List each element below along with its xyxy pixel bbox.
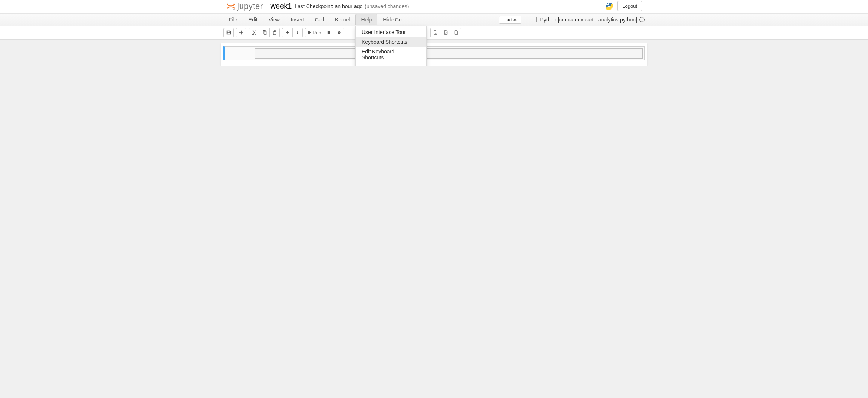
copy-icon	[262, 30, 267, 35]
play-icon	[308, 31, 311, 34]
jupyter-logo-icon	[226, 1, 236, 11]
cut-button[interactable]	[249, 28, 259, 37]
kernel-status-icon	[639, 17, 645, 22]
cut-icon	[252, 30, 257, 35]
menu-divider	[356, 64, 426, 64]
help-dropdown: User Interface TourKeyboard ShortcutsEdi…	[355, 26, 427, 66]
code-input[interactable]	[255, 48, 643, 59]
plus-icon	[239, 30, 244, 35]
logout-button[interactable]: Logout	[617, 1, 642, 11]
jupyter-logo[interactable]: jupyter	[226, 1, 263, 11]
trusted-button[interactable]: Trusted	[499, 16, 521, 24]
divider	[536, 17, 537, 22]
move-up-button[interactable]	[282, 28, 292, 37]
unsaved-status: (unsaved changes)	[365, 3, 409, 9]
code-cell[interactable]	[223, 46, 645, 60]
checkpoint-status: Last Checkpoint: an hour ago	[295, 3, 362, 9]
file-icon	[433, 30, 438, 35]
svg-rect-3	[328, 31, 330, 34]
menu-view[interactable]: View	[263, 14, 285, 25]
jupyter-logo-text: jupyter	[237, 1, 263, 11]
menu-kernel[interactable]: Kernel	[329, 14, 355, 25]
run-button[interactable]: Run	[305, 28, 324, 37]
help-item-edit-keyboard-shortcuts[interactable]: Edit Keyboard Shortcuts	[356, 47, 426, 62]
notebook-name[interactable]: week1	[271, 2, 292, 10]
svg-point-1	[233, 9, 234, 10]
menu-edit[interactable]: Edit	[243, 14, 263, 25]
move-down-button[interactable]	[292, 28, 303, 37]
paste-icon	[272, 30, 277, 35]
stop-icon	[327, 31, 331, 34]
restart-icon	[337, 30, 341, 35]
menu-cell[interactable]: Cell	[309, 14, 329, 25]
menu-item-label: Edit Keyboard Shortcuts	[362, 49, 410, 60]
blank-button[interactable]	[451, 28, 461, 37]
menubar: FileEditViewInsertCellKernelHelpUser Int…	[0, 14, 868, 26]
kernel-indicator: Python [conda env:earth-analytics-python…	[536, 17, 645, 23]
save-icon	[226, 30, 231, 35]
copy-button[interactable]	[259, 28, 269, 37]
svg-point-2	[234, 3, 235, 3]
header: jupyter week1 Last Checkpoint: an hour a…	[0, 0, 868, 14]
kernel-name[interactable]: Python [conda env:earth-analytics-python…	[540, 17, 637, 23]
menu-hide-code[interactable]: Hide Code	[377, 14, 413, 25]
notebook-area	[221, 43, 647, 66]
pdf-button[interactable]	[441, 28, 451, 37]
file-pdf-icon	[444, 30, 448, 35]
menu-item-label: Keyboard Shortcuts	[362, 39, 407, 45]
help-item-user-interface-tour[interactable]: User Interface Tour	[356, 27, 426, 37]
help-item-keyboard-shortcuts[interactable]: Keyboard Shortcuts	[356, 37, 426, 47]
menu-item-label: User Interface Tour	[362, 29, 406, 35]
python-logo-icon	[605, 2, 614, 11]
menu-insert[interactable]: Insert	[285, 14, 309, 25]
add-cell-button[interactable]	[236, 28, 246, 37]
restart-button[interactable]	[334, 28, 344, 37]
input-prompt	[227, 48, 255, 59]
arrow-down-icon	[295, 30, 300, 35]
arrow-up-icon	[285, 30, 290, 35]
stop-button[interactable]	[324, 28, 334, 37]
run-label: Run	[312, 30, 321, 36]
template-button[interactable]	[430, 28, 441, 37]
svg-point-0	[227, 3, 228, 3]
toolbar: Run	[0, 26, 868, 40]
menu-help[interactable]: Help	[355, 14, 377, 25]
paste-button[interactable]	[269, 28, 280, 37]
menu-file[interactable]: File	[223, 14, 243, 25]
file-blank-icon	[454, 30, 458, 35]
save-button[interactable]	[223, 28, 234, 37]
